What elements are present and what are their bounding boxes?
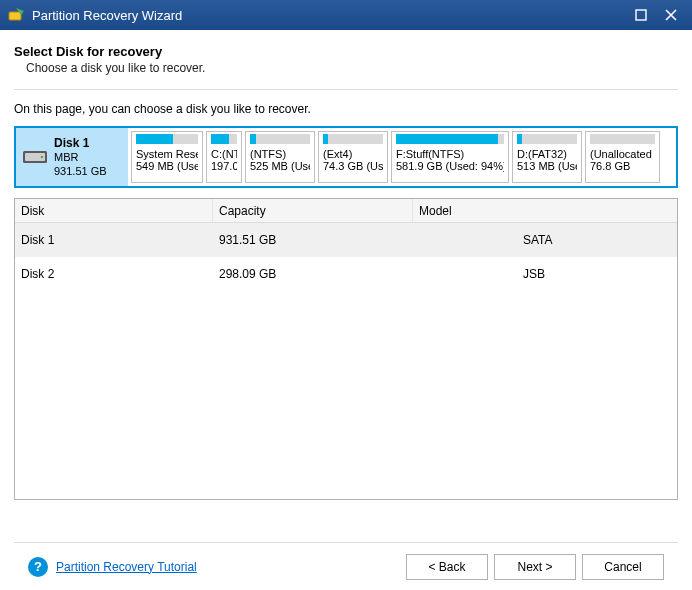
disk-scheme: MBR [54,151,107,165]
svg-rect-1 [636,10,646,20]
partition-block[interactable]: (Ext4)74.3 GB (Use [318,131,388,183]
disk-name: Disk 1 [54,136,107,151]
disk-size: 931.51 GB [54,165,107,179]
page-heading: Select Disk for recovery [14,44,678,59]
table-body: Disk 1931.51 GBSATADisk 2298.09 GBJSB [15,223,677,291]
partition-sublabel: 513 MB (Use [517,160,577,172]
partition-block[interactable]: D:(FAT32)513 MB (Use [512,131,582,183]
hdd-icon [22,147,48,167]
col-header-disk[interactable]: Disk [15,199,213,222]
usage-bar [517,134,577,144]
maximize-button[interactable] [626,0,656,30]
partition-label: (Unallocated [590,148,655,160]
usage-bar [323,134,383,144]
window-title: Partition Recovery Wizard [32,8,626,23]
partition-list: System Rese549 MB (UseC:(NT197.0(NTFS)52… [128,128,676,186]
usage-bar [136,134,198,144]
cell-disk: Disk 1 [15,233,213,247]
cell-model: SATA [413,233,677,247]
instruction-text: On this page, you can choose a disk you … [14,102,678,116]
svg-rect-0 [9,12,21,20]
disk-partition-strip[interactable]: Disk 1 MBR 931.51 GB System Rese549 MB (… [14,126,678,188]
partition-sublabel: 525 MB (Use [250,160,310,172]
partition-label: F:Stuff(NTFS) [396,148,504,160]
usage-bar [590,134,655,144]
page-subheading: Choose a disk you like to recover. [26,61,678,75]
usage-bar [396,134,504,144]
titlebar: Partition Recovery Wizard [0,0,692,30]
usage-bar [250,134,310,144]
cell-disk: Disk 2 [15,267,213,281]
app-icon [8,6,26,24]
footer: ? Partition Recovery Tutorial < Back Nex… [14,542,678,590]
table-header: Disk Capacity Model [15,199,677,223]
col-header-capacity[interactable]: Capacity [213,199,413,222]
svg-point-4 [41,156,44,159]
partition-sublabel: 549 MB (Use [136,160,198,172]
help-icon[interactable]: ? [28,557,48,577]
col-header-model[interactable]: Model [413,199,677,222]
next-button[interactable]: Next > [494,554,576,580]
partition-sublabel: 76.8 GB [590,160,655,172]
partition-label: (Ext4) [323,148,383,160]
partition-block[interactable]: F:Stuff(NTFS)581.9 GB (Used: 94%) [391,131,509,183]
partition-label: (NTFS) [250,148,310,160]
partition-block[interactable]: (NTFS)525 MB (Use [245,131,315,183]
usage-bar [211,134,237,144]
tutorial-link[interactable]: Partition Recovery Tutorial [56,560,197,574]
close-button[interactable] [656,0,686,30]
partition-label: D:(FAT32) [517,148,577,160]
disk-table: Disk Capacity Model Disk 1931.51 GBSATAD… [14,198,678,500]
partition-block[interactable]: C:(NT197.0 [206,131,242,183]
cell-capacity: 931.51 GB [213,233,413,247]
table-row[interactable]: Disk 1931.51 GBSATA [15,223,677,257]
cancel-button[interactable]: Cancel [582,554,664,580]
partition-sublabel: 581.9 GB (Used: 94%) [396,160,504,172]
cell-model: JSB [413,267,677,281]
table-row[interactable]: Disk 2298.09 GBJSB [15,257,677,291]
partition-label: C:(NT [211,148,237,160]
cell-capacity: 298.09 GB [213,267,413,281]
partition-block[interactable]: (Unallocated76.8 GB [585,131,660,183]
partition-label: System Rese [136,148,198,160]
partition-block[interactable]: System Rese549 MB (Use [131,131,203,183]
back-button[interactable]: < Back [406,554,488,580]
divider [14,89,678,90]
disk-info-panel[interactable]: Disk 1 MBR 931.51 GB [16,128,128,186]
partition-sublabel: 74.3 GB (Use [323,160,383,172]
partition-sublabel: 197.0 [211,160,237,172]
